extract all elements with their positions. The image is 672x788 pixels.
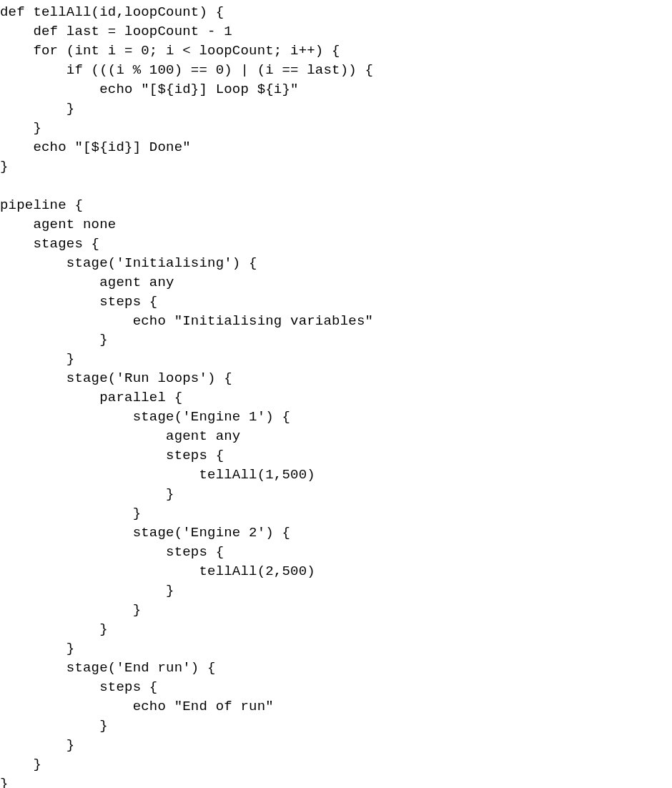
code-block: def tellAll(id,loopCount) { def last = l… bbox=[0, 0, 672, 788]
